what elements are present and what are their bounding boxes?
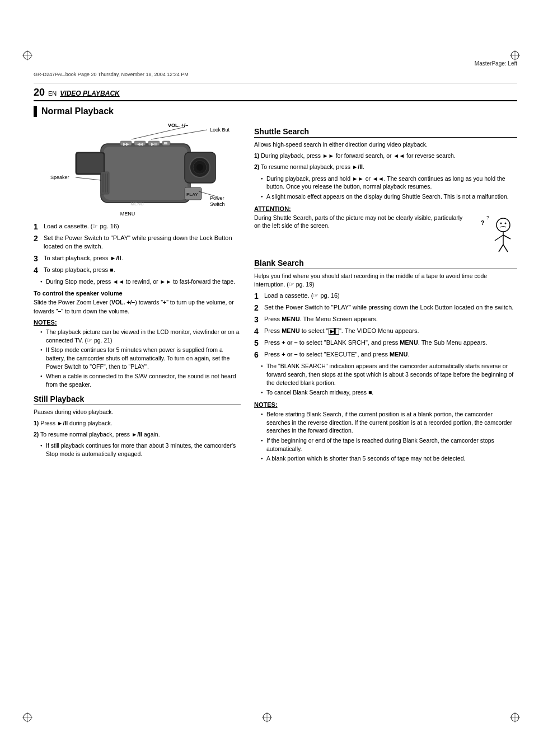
shuttle-bullet-1: During playback, press and hold ►► or ◄◄… <box>261 175 517 191</box>
attention-title: ATTENTION: <box>254 205 517 212</box>
step-1: 1 Load a cassette. (☞ pg. 16) <box>34 222 241 231</box>
attention-row: During Shuttle Search, parts of the pict… <box>254 214 517 253</box>
blank-note-3: A blank portion which is shorter than 5 … <box>261 454 517 463</box>
blank-step-4-text: Press MENU to select "▶▌". The VIDEO Men… <box>264 327 419 336</box>
normal-playback-steps: 1 Load a cassette. (☞ pg. 16) 2 Set the … <box>34 222 241 275</box>
still-playback-description: Pauses during video playback. <box>34 408 241 416</box>
svg-rect-30 <box>164 142 167 144</box>
blank-step-3-number: 3 <box>254 315 262 324</box>
step-3-number: 3 <box>34 254 41 263</box>
svg-text:?: ? <box>486 215 489 220</box>
blank-step-6-number: 6 <box>254 350 262 359</box>
main-section-title: Normal Playback <box>34 106 517 117</box>
still-step-1: 1) Press ►/II during playback. <box>34 419 241 428</box>
step-2-text: Set the Power Switch to "PLAY" while pre… <box>44 234 241 251</box>
svg-rect-16 <box>104 147 188 200</box>
still-playback-bullets: If still playback continues for more tha… <box>40 442 241 458</box>
top-rule <box>34 83 517 83</box>
svg-text:Switch: Switch <box>210 201 225 207</box>
blank-step-4: 4 Press MENU to select "▶▌". The VIDEO M… <box>254 327 517 336</box>
normal-playback-notes-title: NOTES: <box>34 319 241 326</box>
shuttle-step-2: 2) To resume normal playback, press ►/II… <box>254 163 517 171</box>
svg-text:▶▶: ▶▶ <box>123 142 129 146</box>
en-label: EN <box>48 90 57 97</box>
svg-text:MENU: MENU <box>120 211 135 217</box>
camcorder-diagram: ▶▶ ◀◀ ▶/II PLAY <box>34 121 229 217</box>
still-playback-heading: Still Playback <box>34 395 241 405</box>
blank-search-notes-title: NOTES: <box>254 401 517 408</box>
svg-text:PLAY: PLAY <box>186 192 198 197</box>
blank-step-6-text: Press + or – to select "EXECUTE", and pr… <box>264 350 409 359</box>
reg-mark-bl <box>22 712 32 722</box>
still-bullet-1: If still playback continues for more tha… <box>40 442 241 458</box>
speaker-volume-text: Slide the Power Zoom Lever (VOL. +/–) to… <box>34 298 241 315</box>
blank-note-1: Before starting Blank Search, if the cur… <box>261 410 517 435</box>
stop-mode-bullet: During Stop mode, press ◄◄ to rewind, or… <box>40 278 241 286</box>
svg-text:MENU: MENU <box>130 201 144 206</box>
step-3: 3 To start playback, press ►/II. <box>34 254 241 263</box>
step-4: 4 To stop playback, press ■. <box>34 266 241 275</box>
still-step-2: 2) To resume normal playback, press ►/II… <box>34 430 241 439</box>
svg-rect-22 <box>77 153 104 173</box>
shuttle-search-heading: Shuttle Search <box>254 127 517 138</box>
blank-step-1: 1 Load a cassette. (☞ pg. 16) <box>254 292 517 300</box>
svg-line-37 <box>132 127 185 139</box>
right-column: Shuttle Search Allows high-speed search … <box>254 121 517 467</box>
step-1-number: 1 <box>34 222 41 231</box>
reg-mark-tl <box>22 50 32 60</box>
svg-text:VOL. +/–: VOL. +/– <box>168 123 188 128</box>
blank-note-2: If the beginning or end of the tape is r… <box>261 436 517 453</box>
svg-line-55 <box>503 245 508 252</box>
svg-line-38 <box>151 130 207 139</box>
shuttle-step-1: 1) During playback, press ►► for forward… <box>254 152 517 160</box>
file-info: GR-D247PAL.book Page 20 Thursday, Novemb… <box>34 72 189 77</box>
svg-line-40 <box>76 177 101 180</box>
normal-playback-notes-list: The playback picture can be viewed in th… <box>40 328 241 389</box>
speaker-volume-title: To control the speaker volume <box>34 290 241 297</box>
shuttle-search-description: Allows high-speed search in either direc… <box>254 140 517 149</box>
reg-mark-tr <box>510 50 520 60</box>
step-2: 2 Set the Power Switch to "PLAY" while p… <box>34 234 241 251</box>
stop-mode-bullets: During Stop mode, press ◄◄ to rewind, or… <box>40 278 241 286</box>
note-2: If Stop mode continues for 5 minutes whe… <box>40 346 241 370</box>
blank-search-notes-list: Before starting Blank Search, if the cur… <box>261 410 517 463</box>
svg-rect-31 <box>101 172 109 194</box>
blank-step-2-number: 2 <box>254 303 262 312</box>
blank-step-5-number: 5 <box>254 339 262 348</box>
step-1-text: Load a cassette. (☞ pg. 16) <box>44 222 119 231</box>
note-3: When a cable is connected to the S/AV co… <box>40 372 241 388</box>
svg-text:?: ? <box>481 220 484 226</box>
blank-step-2-text: Set the Power Switch to "PLAY" while pre… <box>264 303 513 312</box>
step-2-number: 2 <box>34 234 41 251</box>
blank-search-bullets: The "BLANK SEARCH" indication appears an… <box>261 362 517 397</box>
step-4-text: To stop playback, press ■. <box>44 266 115 275</box>
page-content: 20 EN VIDEO PLAYBACK Normal Playback <box>34 87 517 722</box>
main-title-text: Normal Playback <box>41 106 114 116</box>
svg-point-48 <box>496 218 510 232</box>
blank-step-5: 5 Press + or – to select "BLANK SRCH", a… <box>254 339 517 348</box>
blank-step-2: 2 Set the Power Switch to "PLAY" while p… <box>254 303 517 312</box>
attention-text: During Shuttle Search, parts of the pict… <box>254 214 467 250</box>
blank-bullet-2: To cancel Blank Search midway, press ■. <box>261 388 517 397</box>
svg-text:Lock Button: Lock Button <box>210 127 229 133</box>
blank-step-3: 3 Press MENU. The Menu Screen appears. <box>254 315 517 324</box>
shuttle-bullets: During playback, press and hold ►► or ◄◄… <box>261 175 517 201</box>
camcorder-svg: ▶▶ ◀◀ ▶/II PLAY <box>34 121 229 219</box>
step-3-text: To start playback, press ►/II. <box>44 254 123 263</box>
blank-search-steps: 1 Load a cassette. (☞ pg. 16) 2 Set the … <box>254 292 517 359</box>
left-column: ▶▶ ◀◀ ▶/II PLAY <box>34 121 241 467</box>
shuttle-bullet-2: A slight mosaic effect appears on the di… <box>261 192 517 201</box>
svg-point-20 <box>196 164 203 171</box>
svg-text:▶/II: ▶/II <box>151 142 157 146</box>
blank-step-1-number: 1 <box>254 292 262 300</box>
blank-step-5-text: Press + or – to select "BLANK SRCH", and… <box>264 339 488 348</box>
note-1: The playback picture can be viewed in th… <box>40 328 241 344</box>
page-section-title: VIDEO PLAYBACK <box>60 90 119 97</box>
blank-step-4-number: 4 <box>254 327 262 336</box>
page-number: 20 <box>34 87 45 98</box>
shuttle-search-steps: 1) During playback, press ►► for forward… <box>254 152 517 171</box>
step-4-number: 4 <box>34 266 41 275</box>
page-header: 20 EN VIDEO PLAYBACK <box>34 87 517 101</box>
blank-step-1-text: Load a cassette. (☞ pg. 16) <box>264 292 340 300</box>
still-playback-steps: 1) Press ►/II during playback. 2) To res… <box>34 419 241 439</box>
